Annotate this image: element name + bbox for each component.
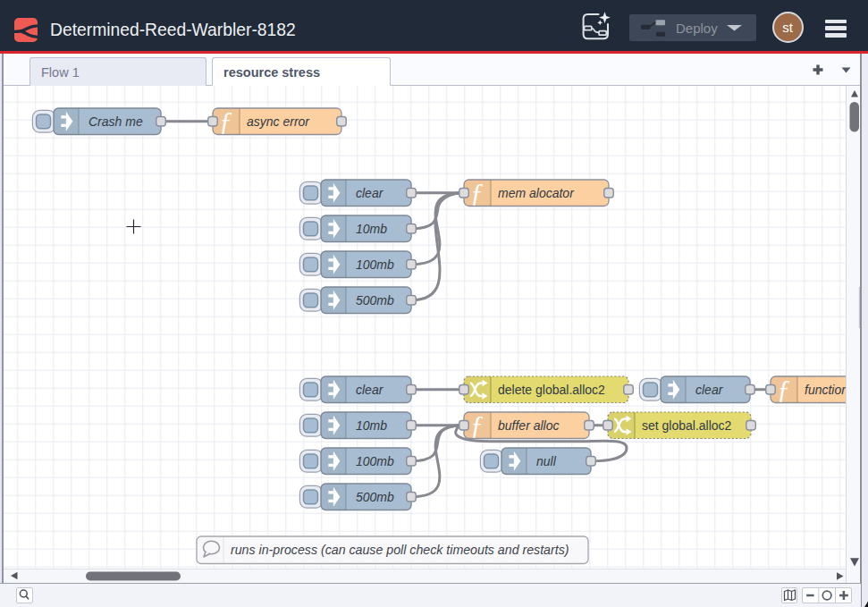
svg-text:ƒ: ƒ <box>777 374 790 403</box>
svg-text:delete global.alloc2: delete global.alloc2 <box>498 383 605 397</box>
svg-text:runs in-process (can cause pol: runs in-process (can cause poll check ti… <box>231 543 569 557</box>
svg-text:function: function <box>805 383 846 397</box>
svg-text:clear: clear <box>356 383 384 397</box>
svg-text:ƒ: ƒ <box>219 105 232 135</box>
svg-text:clear: clear <box>356 186 384 200</box>
svg-text:100mb: 100mb <box>356 257 394 272</box>
svg-text:10mb: 10mb <box>356 222 387 236</box>
svg-text:ƒ: ƒ <box>470 409 484 439</box>
svg-text:async error: async error <box>247 114 310 129</box>
svg-text:set global.alloc2: set global.alloc2 <box>642 418 732 433</box>
svg-text:mem alocator: mem alocator <box>498 186 575 200</box>
svg-text:ƒ: ƒ <box>470 177 484 207</box>
svg-text:clear: clear <box>695 383 724 397</box>
svg-text:10mb: 10mb <box>356 418 387 433</box>
svg-text:100mb: 100mb <box>356 454 394 468</box>
svg-text:500mb: 500mb <box>356 293 394 308</box>
svg-text:Crash me: Crash me <box>88 114 143 129</box>
svg-text:500mb: 500mb <box>356 490 394 504</box>
svg-text:null: null <box>536 454 557 468</box>
svg-text:buffer alloc: buffer alloc <box>498 418 559 433</box>
